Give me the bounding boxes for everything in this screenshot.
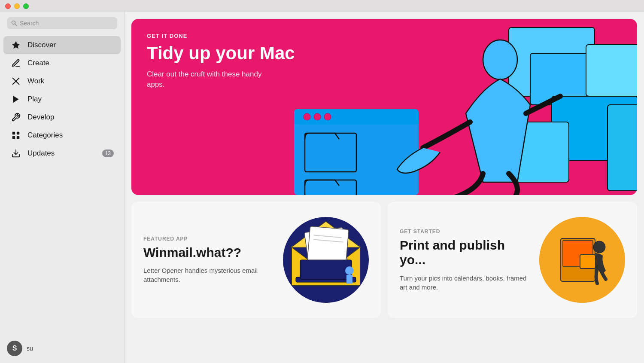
nav-list: DiscoverCreateWorkPlayDevelopCategoriesU… bbox=[0, 36, 124, 162]
main-content: GET IT DONE Tidy up your Mac Clear out t… bbox=[125, 12, 644, 363]
svg-rect-21 bbox=[608, 105, 637, 191]
sidebar-item-label-categories: Categories bbox=[27, 131, 63, 140]
svg-line-1 bbox=[15, 24, 17, 26]
work-icon bbox=[10, 76, 21, 87]
svg-rect-29 bbox=[307, 226, 349, 264]
sidebar-item-label-discover: Discover bbox=[27, 41, 56, 49]
card-1-title: Winmail.what?? bbox=[143, 245, 274, 260]
card-2-image bbox=[539, 217, 625, 303]
sidebar-item-label-work: Work bbox=[27, 77, 44, 85]
develop-icon bbox=[10, 112, 21, 123]
card-1-text: FEATURED APP Winmail.what?? Letter Opene… bbox=[143, 236, 274, 284]
updates-badge: 13 bbox=[102, 149, 114, 157]
card-2-text: GET STARTED Print and publish yo... Turn… bbox=[400, 229, 531, 292]
close-button[interactable] bbox=[5, 3, 11, 9]
play-icon bbox=[10, 94, 21, 105]
hero-description: Clear out the cruft with these handy app… bbox=[147, 69, 267, 90]
card-get-started[interactable]: GET STARTED Print and publish yo... Turn… bbox=[388, 202, 637, 318]
user-area: S su bbox=[0, 334, 124, 363]
card-2-description: Turn your pics into calendars, books, fr… bbox=[400, 274, 531, 292]
card-featured-app[interactable]: FEATURED APP Winmail.what?? Letter Opene… bbox=[131, 202, 381, 318]
svg-rect-5 bbox=[17, 132, 19, 134]
sidebar-item-label-play: Play bbox=[27, 95, 42, 104]
search-label: Search bbox=[20, 20, 39, 27]
avatar-initial: S bbox=[12, 345, 17, 352]
svg-point-13 bbox=[324, 113, 331, 120]
svg-rect-20 bbox=[586, 45, 637, 96]
svg-rect-39 bbox=[580, 255, 595, 268]
svg-point-11 bbox=[304, 113, 310, 120]
sidebar-item-label-updates: Updates bbox=[27, 149, 55, 158]
hero-text: GET IT DONE Tidy up your Mac Clear out t… bbox=[147, 33, 295, 90]
card-1-description: Letter Opener handles mysterious email a… bbox=[143, 266, 274, 284]
card-2-title: Print and publish yo... bbox=[400, 238, 531, 268]
card-1-eyebrow: FEATURED APP bbox=[143, 236, 274, 242]
svg-rect-4 bbox=[12, 132, 15, 134]
svg-rect-10 bbox=[294, 109, 419, 125]
cards-row: FEATURED APP Winmail.what?? Letter Opene… bbox=[131, 202, 637, 318]
star-icon bbox=[10, 40, 21, 51]
hero-eyebrow: GET IT DONE bbox=[147, 33, 295, 39]
svg-rect-6 bbox=[12, 136, 15, 139]
svg-point-34 bbox=[345, 266, 354, 275]
sidebar-item-discover[interactable]: Discover bbox=[3, 36, 121, 54]
create-icon bbox=[10, 58, 21, 69]
search-icon bbox=[11, 20, 17, 26]
svg-rect-33 bbox=[300, 260, 352, 279]
sidebar-item-work[interactable]: Work bbox=[3, 72, 121, 90]
sidebar-item-categories[interactable]: Categories bbox=[3, 126, 121, 144]
svg-rect-7 bbox=[17, 136, 19, 139]
search-bar[interactable]: Search bbox=[7, 17, 117, 29]
categories-icon bbox=[10, 130, 21, 141]
hero-title: Tidy up your Mac bbox=[147, 43, 295, 63]
username: su bbox=[27, 345, 33, 352]
svg-point-12 bbox=[314, 113, 321, 120]
svg-point-38 bbox=[593, 241, 605, 253]
sidebar-item-create[interactable]: Create bbox=[3, 54, 121, 72]
card-2-eyebrow: GET STARTED bbox=[400, 229, 531, 235]
avatar[interactable]: S bbox=[7, 341, 22, 356]
updates-icon bbox=[10, 148, 21, 159]
svg-point-22 bbox=[483, 40, 517, 79]
sidebar: Search DiscoverCreateWorkPlayDevelopCate… bbox=[0, 12, 125, 363]
sidebar-item-label-develop: Develop bbox=[27, 113, 54, 122]
maximize-button[interactable] bbox=[23, 3, 29, 9]
card-1-image bbox=[283, 217, 369, 303]
sidebar-item-label-create: Create bbox=[27, 59, 49, 67]
title-bar bbox=[0, 0, 644, 12]
sidebar-item-updates[interactable]: Updates13 bbox=[3, 144, 121, 162]
sidebar-item-develop[interactable]: Develop bbox=[3, 108, 121, 126]
sidebar-item-play[interactable]: Play bbox=[3, 90, 121, 108]
app-window: Search DiscoverCreateWorkPlayDevelopCate… bbox=[0, 12, 644, 363]
minimize-button[interactable] bbox=[14, 3, 20, 9]
hero-banner: GET IT DONE Tidy up your Mac Clear out t… bbox=[131, 19, 637, 195]
